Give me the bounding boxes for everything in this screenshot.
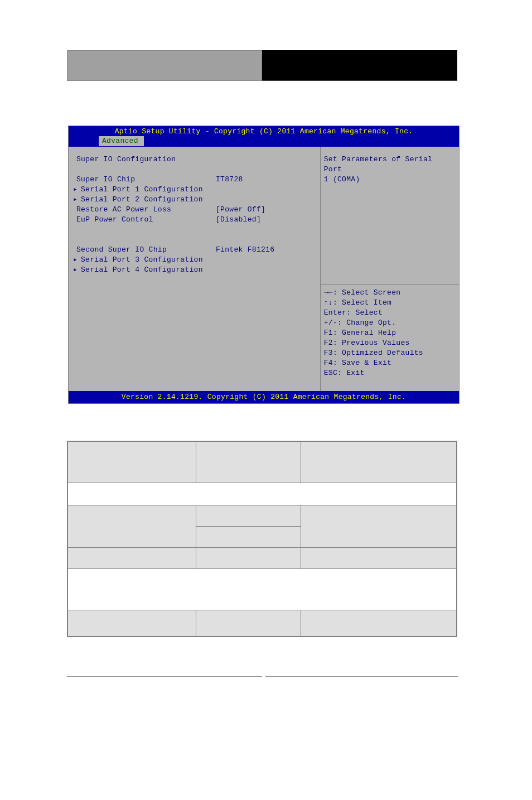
page-header-band [67, 50, 457, 81]
super-io-chip-value: IT8728 [216, 175, 243, 185]
bios-left-pane: Super IO Configuration Super IO Chip IT8… [69, 147, 321, 391]
submenu-serial-port-1[interactable]: ▸Serial Port 1 Configuration [73, 185, 316, 195]
chevron-right-icon: ▸ [73, 195, 81, 205]
eup-power-control-value[interactable]: [Disabled] [216, 215, 261, 225]
submenu-label: Serial Port 1 Configuration [81, 185, 203, 195]
chevron-right-icon: ▸ [73, 265, 81, 275]
restore-ac-power-loss-value[interactable]: [Power Off] [216, 205, 265, 215]
submenu-serial-port-3[interactable]: ▸Serial Port 3 Configuration [73, 255, 316, 265]
table-row [67, 568, 457, 610]
restore-ac-power-loss-label: Restore AC Power Loss [73, 205, 216, 215]
keyhelp-line: ↑↓: Select Item [324, 298, 454, 308]
submenu-serial-port-2[interactable]: ▸Serial Port 2 Configuration [73, 195, 316, 205]
eup-power-control-label: EuP Power Control [73, 215, 216, 225]
bios-setup-window: Aptio Setup Utility - Copyright (C) 2011… [68, 126, 460, 404]
table-row [67, 505, 457, 526]
keyhelp-line: F4: Save & Exit [324, 358, 454, 368]
submenu-label: Serial Port 4 Configuration [81, 265, 203, 275]
bios-title-bar: Aptio Setup Utility - Copyright (C) 2011… [69, 126, 459, 136]
section-heading: Super IO Configuration [73, 155, 216, 165]
keyhelp-line: F3: Optimized Defaults [324, 348, 454, 358]
help-text-line: 1 (COMA) [324, 175, 454, 185]
options-table [67, 441, 457, 637]
bios-footer-bar: Version 2.14.1219. Copyright (C) 2011 Am… [69, 391, 459, 403]
second-super-io-chip-label: Second Super IO Chip [73, 245, 216, 255]
keyhelp-line: F2: Previous Values [324, 338, 454, 348]
tab-advanced[interactable]: Advanced [99, 136, 144, 146]
keyhelp-line: F1: General Help [324, 328, 454, 338]
keyhelp-line: ESC: Exit [324, 368, 454, 378]
second-super-io-chip-value: Fintek F81216 [216, 245, 274, 255]
submenu-label: Serial Port 3 Configuration [81, 255, 203, 265]
super-io-chip-label: Super IO Chip [73, 175, 216, 185]
bios-tab-bar: Advanced [69, 136, 459, 147]
table-row [67, 547, 457, 568]
footer-divider-left [67, 676, 262, 677]
table-header-row [67, 441, 457, 483]
keyhelp-line: +/-: Change Opt. [324, 318, 454, 328]
bios-help-pane: Set Parameters of Serial Port 1 (COMA) →… [321, 147, 459, 391]
chevron-right-icon: ▸ [73, 255, 81, 265]
keyhelp-line: →←: Select Screen [324, 288, 454, 298]
table-row [67, 610, 457, 637]
footer-divider-right [265, 676, 458, 677]
help-text-line: Set Parameters of Serial Port [324, 155, 454, 175]
submenu-serial-port-4[interactable]: ▸Serial Port 4 Configuration [73, 265, 316, 275]
header-left-block [67, 50, 262, 81]
keyhelp-line: Enter: Select [324, 308, 454, 318]
header-right-block [262, 50, 457, 81]
chevron-right-icon: ▸ [73, 185, 81, 195]
help-divider [321, 284, 459, 285]
submenu-label: Serial Port 2 Configuration [81, 195, 203, 205]
table-row [67, 483, 457, 505]
